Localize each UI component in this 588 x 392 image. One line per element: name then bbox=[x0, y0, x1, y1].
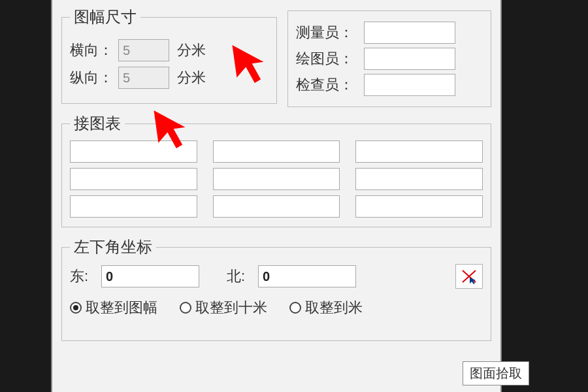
radio-label: 取整到十米 bbox=[195, 298, 267, 318]
inspector-input[interactable] bbox=[364, 74, 455, 96]
corner-legend: 左下角坐标 bbox=[70, 237, 156, 257]
radio-label: 取整到米 bbox=[305, 298, 363, 318]
drafter-label: 绘图员： bbox=[296, 49, 364, 69]
adjacency-cell[interactable] bbox=[70, 195, 197, 218]
north-input[interactable] bbox=[258, 265, 356, 287]
adjacency-cell[interactable] bbox=[355, 195, 483, 218]
tooltip: 图面拾取 bbox=[463, 361, 529, 385]
surveyor-label: 测量员： bbox=[296, 23, 364, 42]
adjacency-cell[interactable] bbox=[355, 168, 483, 190]
radio-round-to-sheet[interactable]: 取整到图幅 bbox=[70, 298, 157, 318]
adjacency-cell[interactable] bbox=[70, 168, 197, 190]
pick-point-icon bbox=[461, 269, 478, 284]
adjacency-legend: 接图表 bbox=[70, 113, 125, 134]
north-label: 北: bbox=[227, 267, 253, 286]
vertical-label: 纵向： bbox=[70, 68, 118, 88]
pick-point-button[interactable] bbox=[455, 264, 483, 289]
size-group: 图幅尺寸 横向： 分米 纵向： 分米 bbox=[61, 7, 277, 104]
radio-round-to-10m[interactable]: 取整到十米 bbox=[180, 298, 267, 318]
persons-group: 测量员： 绘图员： 检查员： bbox=[287, 10, 491, 107]
east-input[interactable] bbox=[101, 265, 199, 287]
east-label: 东: bbox=[70, 267, 96, 286]
adjacency-group: 接图表 bbox=[61, 113, 491, 227]
horizontal-input[interactable] bbox=[118, 39, 169, 61]
adjacency-cell[interactable] bbox=[213, 195, 340, 218]
adjacency-cell[interactable] bbox=[70, 140, 197, 163]
rounding-radios: 取整到图幅 取整到十米 取整到米 bbox=[70, 298, 483, 318]
horizontal-unit: 分米 bbox=[177, 41, 206, 60]
adjacency-cell[interactable] bbox=[355, 140, 483, 163]
radio-dot-icon bbox=[289, 302, 301, 314]
adjacency-cell[interactable] bbox=[213, 140, 340, 163]
surveyor-input[interactable] bbox=[364, 22, 455, 44]
radio-dot-icon bbox=[70, 302, 82, 314]
size-group-legend: 图幅尺寸 bbox=[70, 7, 140, 27]
horizontal-label: 横向： bbox=[70, 41, 118, 60]
vertical-unit: 分米 bbox=[177, 68, 206, 88]
radio-label: 取整到图幅 bbox=[86, 298, 157, 318]
corner-group: 左下角坐标 东: 北: 取整到图幅 取整到十米 bbox=[61, 237, 491, 341]
adjacency-cell[interactable] bbox=[213, 168, 340, 190]
radio-dot-icon bbox=[180, 302, 191, 314]
radio-round-to-1m[interactable]: 取整到米 bbox=[289, 298, 363, 318]
vertical-input[interactable] bbox=[118, 67, 169, 89]
drafter-input[interactable] bbox=[364, 48, 455, 70]
inspector-label: 检查员： bbox=[296, 75, 364, 95]
